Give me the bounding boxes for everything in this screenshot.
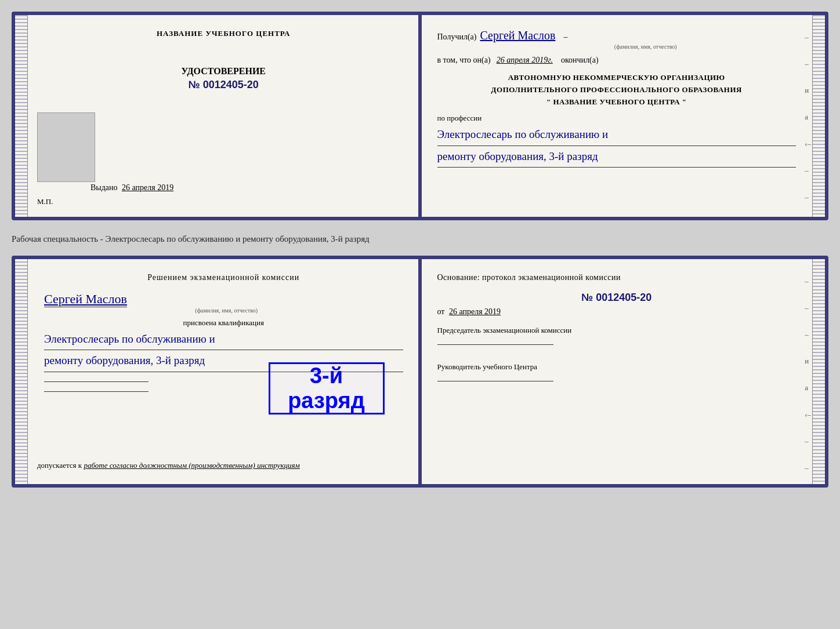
stamp: 3-й разряд [269, 362, 385, 415]
mp-label: М.П. [37, 197, 53, 206]
qualification-line1: Электрослесарь по обслуживанию и [44, 333, 215, 345]
profession-line1: Электрослесарь по обслуживанию и [437, 128, 609, 140]
top-certificate-book: НАЗВАНИЕ УЧЕБНОГО ЦЕНТРА УДОСТОВЕРЕНИЕ №… [12, 12, 828, 220]
vtom-date: 26 апреля 2019г. [497, 56, 553, 65]
issued-date: 26 апреля 2019 [122, 183, 173, 192]
recipient-subtitle-top: (фамилия, имя, отчество) [495, 43, 796, 50]
dopuskaetsya-block: допускается к работе согласно должностны… [37, 461, 408, 470]
issued-line: Выдано 26 апреля 2019 [90, 183, 408, 192]
dopuskaetsya-label: допускается к [37, 461, 82, 470]
ruk-label: Руководитель учебного Центра [437, 362, 796, 381]
received-label: Получил(а) [437, 32, 477, 42]
document-type: УДОСТОВЕРЕНИЕ [181, 66, 266, 77]
sign-line-2 [44, 391, 149, 392]
vtom-label: в том, что он(а) [437, 56, 491, 65]
chair-sign-line [437, 344, 553, 345]
right-spine-decoration [812, 15, 825, 217]
sign-line-1 [44, 381, 149, 382]
profession-line2: ремонту оборудования, 3-й разряд [437, 150, 598, 162]
po-professii-label: по профессии [437, 114, 796, 123]
stamp-text: 3-й разряд [270, 363, 383, 413]
dopuskaetsya-value: работе согласно должностным (производств… [84, 461, 299, 470]
document-number: № 0012405-20 [189, 79, 259, 91]
org-quote: " НАЗВАНИЕ УЧЕБНОГО ЦЕНТРА " [437, 96, 796, 108]
bottom-left-inner: Решением экзаменационной комиссии Сергей… [44, 273, 403, 392]
ruk-sign-line [437, 381, 553, 381]
ot-date: 26 апреля 2019 [449, 307, 501, 316]
org-line1: АВТОНОМНУЮ НЕКОММЕРЧЕСКУЮ ОРГАНИЗАЦИЮ [437, 72, 796, 84]
chair-label: Председатель экзаменационной комиссии [437, 326, 796, 345]
recipient-name-bottom: Сергей Маслов [44, 292, 127, 306]
bottom-right-inner: Основание: протокол экзаменационной коми… [437, 273, 796, 381]
okonchill-label: окончил(а) [561, 56, 599, 65]
bottom-left-page: Решением экзаменационной комиссии Сергей… [15, 259, 421, 484]
osnovanie-title: Основание: протокол экзаменационной коми… [437, 273, 796, 282]
decision-title: Решением экзаменационной комиссии [44, 273, 403, 282]
dash-top: – [563, 32, 567, 42]
top-right-page: Получил(а) Сергей Маслов – (фамилия, имя… [421, 15, 825, 217]
photo-placeholder [37, 112, 95, 182]
name-line-bottom: Сергей Маслов (фамилия, имя, отчество) [44, 292, 403, 314]
qualification-line1-container: Электрослесарь по обслуживанию и [44, 330, 403, 350]
bottom-certificate-book: Решением экзаменационной комиссии Сергей… [12, 256, 828, 488]
top-right-inner: Получил(а) Сергей Маслов – (фамилия, имя… [437, 29, 796, 203]
issued-label: Выдано [90, 183, 118, 192]
ot-line: от 26 апреля 2019 [437, 307, 796, 317]
top-left-inner: НАЗВАНИЕ УЧЕБНОГО ЦЕНТРА УДОСТОВЕРЕНИЕ №… [44, 29, 403, 203]
prisvoena-label: присвоена квалификация [44, 318, 403, 328]
profession-line1-container: Электрослесарь по обслуживанию и [437, 125, 796, 146]
bottom-right-page: Основание: протокол экзаменационной коми… [421, 259, 825, 484]
profession-line2-container: ремонту оборудования, 3-й разряд [437, 147, 796, 168]
learning-center-title: НАЗВАНИЕ УЧЕБНОГО ЦЕНТРА [157, 29, 291, 38]
recipient-subtitle-bottom: (фамилия, имя, отчество) [50, 307, 403, 314]
vtom-line: в том, что он(а) 26 апреля 2019г. окончи… [437, 56, 796, 65]
right-dashes: – – и а ‹– – – – [805, 32, 811, 220]
bottom-right-dashes: – – – и а ‹– – – – [805, 277, 811, 488]
qualification-line2: ремонту оборудования, 3-й разряд [44, 354, 205, 366]
page-wrapper: НАЗВАНИЕ УЧЕБНОГО ЦЕНТРА УДОСТОВЕРЕНИЕ №… [12, 12, 828, 488]
bottom-right-spine [812, 259, 825, 484]
received-line: Получил(а) Сергей Маслов – [437, 29, 796, 42]
bottom-number: № 0012405-20 [437, 292, 796, 304]
recipient-name-top: Сергей Маслов [480, 29, 555, 42]
org-line2: ДОПОЛНИТЕЛЬНОГО ПРОФЕССИОНАЛЬНОГО ОБРАЗО… [437, 84, 796, 96]
between-text: Рабочая специальность - Электрослесарь п… [12, 231, 828, 245]
ot-label: от [437, 307, 445, 316]
top-left-page: НАЗВАНИЕ УЧЕБНОГО ЦЕНТРА УДОСТОВЕРЕНИЕ №… [15, 15, 421, 217]
org-block: АВТОНОМНУЮ НЕКОММЕРЧЕСКУЮ ОРГАНИЗАЦИЮ ДО… [437, 72, 796, 108]
